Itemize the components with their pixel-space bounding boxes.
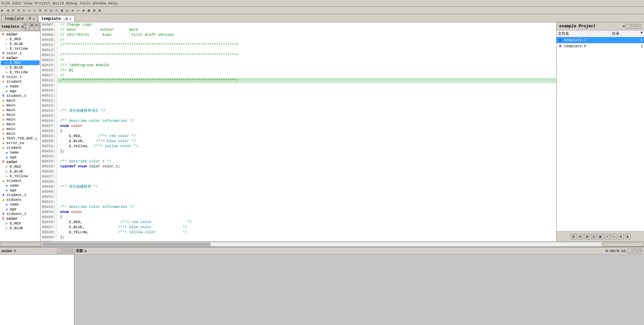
- sidebar-title: template.c: [1, 25, 24, 29]
- tree-item-eblue3[interactable]: ├─E_BLUE: [1, 169, 40, 174]
- h-scroll-left[interactable]: [1, 242, 41, 246]
- tree-item-name4[interactable]: ◆name: [1, 202, 40, 207]
- code-line-10: 00010://: [41, 37, 556, 43]
- horizontal-scrollbar[interactable]: [0, 241, 644, 247]
- bottom-right-icon[interactable]: ⊡: [84, 249, 87, 253]
- tree-item-color4[interactable]: Ecolor: [1, 216, 40, 221]
- tree-item-studentt1[interactable]: Sstudent_t: [1, 93, 40, 98]
- code-line-23: 00023:: [41, 103, 556, 108]
- tree-item-main1[interactable]: ◆main: [1, 98, 40, 103]
- tree-item-colort1[interactable]: Scolor_t: [1, 51, 40, 56]
- sidebar-icon1[interactable]: ⊞: [30, 23, 34, 30]
- tree-item-eyellow1[interactable]: └─E_Yellow: [1, 46, 40, 51]
- tree-item-age3[interactable]: ◆age: [1, 188, 40, 193]
- project-file-template-h[interactable]: H template.h i: [557, 43, 644, 49]
- tree-item-eblue1[interactable]: ├─E_BLUE: [1, 42, 40, 46]
- tree-item-age2[interactable]: ◆age: [1, 155, 40, 160]
- tree-item-stduent-t[interactable]: Sstduent_t: [1, 212, 40, 216]
- code-line-34: 00034:/** describe color_t */: [41, 159, 556, 164]
- proj-btn3[interactable]: ⊠: [585, 234, 590, 239]
- tree-item-name3[interactable]: ◆name: [1, 183, 40, 188]
- symbol-sidebar: template.c A-Z ⊞ ⊡ ◈ ◉ Ecolor ├─E_RED ├─…: [0, 22, 41, 241]
- tree-item-main2[interactable]: ◆main: [1, 103, 40, 108]
- tab-template-c[interactable]: template .c ✕: [38, 15, 74, 22]
- sidebar-header: template.c A-Z ⊞ ⊡ ◈ ◉: [0, 22, 40, 31]
- bottom-left-close[interactable]: ✕: [68, 249, 73, 253]
- diamond-icon12: ◆: [1, 136, 5, 140]
- tree-item-student3[interactable]: ◆student: [1, 179, 40, 183]
- sidebar-az-btn[interactable]: A-Z: [24, 23, 29, 30]
- tree-item-age4[interactable]: ◆age: [1, 207, 40, 212]
- proj-btn9[interactable]: ◈: [625, 234, 630, 239]
- proj-btn8[interactable]: ⊕: [618, 234, 624, 239]
- bottom-right-maximize[interactable]: □: [633, 249, 637, 253]
- project-file-template-c[interactable]: C template.c S: [557, 37, 644, 43]
- code-editor[interactable]: 00007:// Change Logs: 00008:// Date Auth…: [41, 22, 556, 241]
- tree-item-student2[interactable]: ◆student: [1, 145, 40, 150]
- tree-item-ered1[interactable]: ├─E_RED: [1, 37, 40, 42]
- proj-btn1[interactable]: ⊞: [571, 234, 576, 239]
- code-line-25: 00025:: [41, 113, 556, 118]
- tree-item-eblue4[interactable]: └─E_BLUE: [1, 226, 40, 231]
- enum-icon3: E: [1, 160, 5, 164]
- h-scroll-thumb[interactable]: [43, 243, 210, 246]
- tab-close-h[interactable]: ✕: [32, 17, 34, 21]
- tree-item-name2[interactable]: ◆name: [1, 150, 40, 155]
- tab-close-c[interactable]: ✕: [69, 17, 71, 21]
- tree-item-main7[interactable]: ◆main: [1, 127, 40, 131]
- proj-btn4[interactable]: ⊡: [591, 234, 597, 239]
- tree-item-ered3[interactable]: ├─E_RED: [1, 164, 40, 169]
- tree-item-ered2[interactable]: ├─E_RED: [1, 60, 40, 65]
- tree-item-name1[interactable]: ◆name: [1, 84, 40, 89]
- diamond-icon7: ◆: [1, 113, 5, 117]
- h-scroll-right[interactable]: [603, 242, 643, 246]
- tree-item-eyellow3[interactable]: └─E_Yellow: [1, 174, 40, 179]
- tree-item-main8[interactable]: ◆main: [1, 131, 40, 136]
- h-scroll-track[interactable]: [43, 242, 601, 246]
- project-close-btn[interactable]: ✕: [637, 24, 641, 29]
- tree-item-stduent1[interactable]: ◆stduent: [1, 197, 40, 202]
- tree-item-eyellow2[interactable]: └─E_YELLOW: [1, 70, 40, 75]
- proj-btn5[interactable]: ◧: [598, 234, 603, 239]
- tree-item-test[interactable]: ◆TEST_TXD_BUF_L: [1, 136, 40, 141]
- tree-item-student1[interactable]: ◆student: [1, 79, 40, 84]
- tree-item-studentt2[interactable]: Sstudent_t: [1, 193, 40, 197]
- project-panel: example Project ↩ _ □ ✕ 文件名 目录 ▼ C templ…: [556, 22, 644, 241]
- tree-item-age1[interactable]: ◆age: [1, 89, 40, 93]
- diamond-icon10: ◆: [1, 127, 5, 131]
- bottom-right-minimize[interactable]: _: [627, 249, 632, 253]
- tree-item-main5[interactable]: ◆main: [1, 117, 40, 122]
- project-file-list-area: [557, 49, 644, 231]
- proj-btn6[interactable]: ↩: [605, 234, 610, 239]
- tree-item-color1[interactable]: Ecolor: [1, 32, 40, 37]
- member-icon8: ├─: [5, 221, 9, 225]
- tree-item-errno[interactable]: ◆error_no: [1, 141, 40, 145]
- tree-item-ered4[interactable]: ├─E_RED: [1, 221, 40, 226]
- bottom-right-content: [74, 255, 644, 325]
- project-maximize-btn[interactable]: □: [631, 24, 636, 29]
- member-icon3: ├─: [5, 65, 9, 70]
- code-line-36: 00036:: [41, 169, 556, 174]
- tree-item-eblue2[interactable]: ├─E_BLUE: [1, 65, 40, 70]
- bottom-left-maximize[interactable]: □: [62, 249, 67, 253]
- proj-btn2[interactable]: ⊟: [578, 234, 583, 239]
- sidebar-icon2[interactable]: ⊡: [35, 23, 39, 30]
- tree-item-color3[interactable]: Ecolor: [1, 160, 40, 164]
- project-sort-icon[interactable]: ▼: [641, 31, 643, 36]
- bottom-left-icon[interactable]: ≡: [14, 249, 16, 253]
- project-minimize-btn[interactable]: _: [626, 24, 630, 29]
- bottom-area: color ≡ _ □ ✕ 关联 ⊡ 0:00/0:32 _ □ ✕: [0, 247, 644, 325]
- tree-item-main6[interactable]: ◆main: [1, 122, 40, 127]
- tree-item-colort2[interactable]: Scolor_t: [1, 75, 40, 79]
- proj-btn7[interactable]: ↪: [612, 234, 617, 239]
- tree-item-main4[interactable]: ◆main: [1, 112, 40, 117]
- code-line-50: 00050:: [41, 240, 556, 241]
- tree-item-main3[interactable]: ◆main: [1, 108, 40, 112]
- diamond-icon14: ◆: [1, 146, 5, 150]
- tab-template-h[interactable]: template .h ✕: [1, 15, 37, 22]
- project-arrow-icon[interactable]: ↩: [623, 24, 625, 29]
- bottom-left-minimize[interactable]: _: [57, 249, 62, 253]
- tree-item-color2[interactable]: Ecolor: [1, 56, 40, 60]
- bottom-right-close[interactable]: ✕: [638, 249, 643, 253]
- file-icon-c: C: [558, 38, 563, 43]
